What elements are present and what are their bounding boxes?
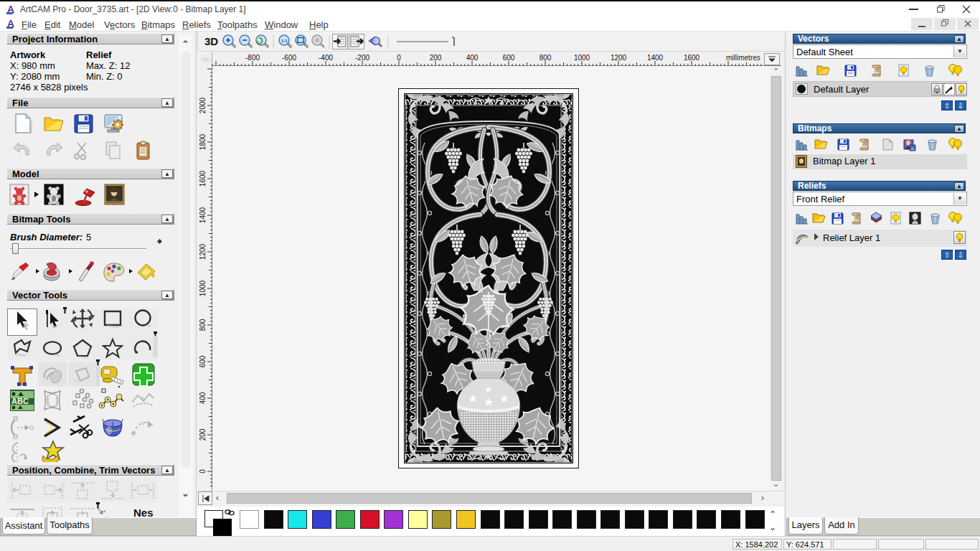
svg-text:0: 0 — [397, 54, 401, 62]
svg-text:800: 800 — [199, 319, 207, 331]
svg-text:2000: 2000 — [199, 97, 207, 113]
svg-text:1800: 1800 — [199, 133, 207, 150]
svg-text:1200: 1200 — [199, 243, 207, 260]
svg-text:1000: 1000 — [199, 280, 207, 296]
svg-text:ABC: ABC — [11, 397, 29, 405]
svg-text:-800: -800 — [245, 54, 260, 62]
svg-text:+: + — [795, 239, 799, 246]
svg-text:1:1: 1:1 — [281, 39, 288, 43]
svg-text:1600: 1600 — [684, 54, 700, 62]
svg-text:400: 400 — [199, 392, 207, 404]
svg-text:-600: -600 — [282, 54, 296, 62]
svg-text:400: 400 — [466, 54, 479, 62]
svg-text:800: 800 — [540, 54, 552, 62]
svg-text:0: 0 — [199, 469, 207, 474]
svg-text:1400: 1400 — [199, 207, 207, 223]
svg-text:200: 200 — [199, 428, 207, 441]
svg-text:600: 600 — [199, 355, 207, 367]
svg-text:1000: 1000 — [574, 54, 590, 62]
svg-text:°a°: °a° — [97, 508, 105, 516]
svg-text:600: 600 — [503, 54, 515, 62]
svg-text:1400: 1400 — [647, 54, 664, 62]
svg-text:-400: -400 — [319, 54, 333, 62]
svg-text:1600: 1600 — [199, 170, 207, 187]
svg-text:-200: -200 — [355, 54, 369, 62]
svg-text:200: 200 — [430, 54, 442, 62]
svg-text:1200: 1200 — [611, 54, 627, 62]
